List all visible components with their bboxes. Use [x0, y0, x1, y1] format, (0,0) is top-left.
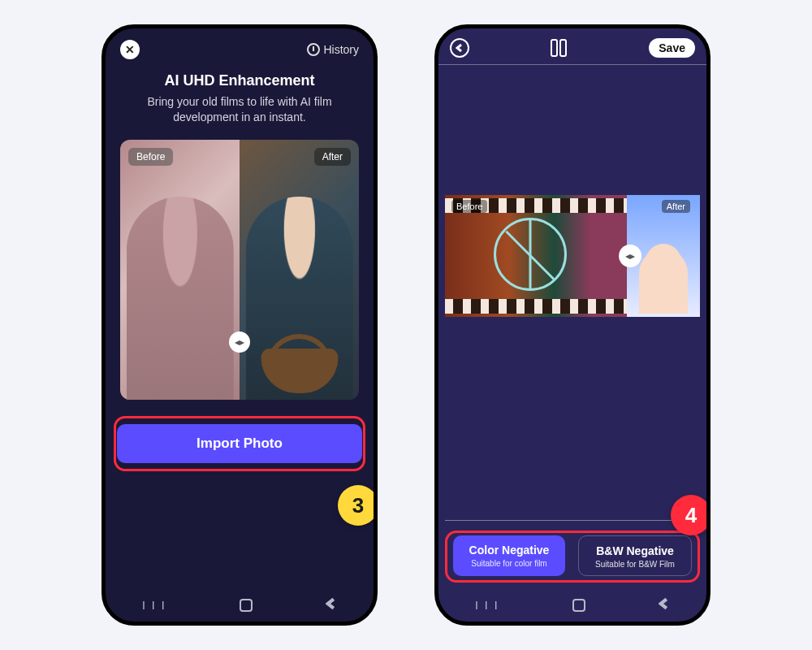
- back-button[interactable]: [450, 38, 469, 58]
- before-after-preview[interactable]: Before After ◂▸: [120, 140, 359, 400]
- mode-panel: Color Negative Suitable for color film B…: [445, 520, 700, 576]
- top-bar: ✕ History: [106, 28, 374, 64]
- slider-icon: ◂▸: [235, 336, 244, 348]
- filmstrip-preview[interactable]: Before After ◂▸: [445, 195, 700, 317]
- page-title: AI UHD Enhancement: [123, 72, 356, 89]
- mode-sub: Suitable for B&W Film: [587, 560, 683, 569]
- save-button-label: Save: [659, 41, 685, 54]
- import-area: Import Photo: [117, 424, 362, 463]
- negative-panel: [445, 195, 627, 317]
- page-subtitle: Bring your old films to life with AI fil…: [123, 94, 356, 125]
- phone-screen-editor: Save Before After ◂▸ Color Negative Suit…: [434, 24, 710, 626]
- highlight-box-step3: [114, 416, 365, 471]
- nav-home-button[interactable]: [572, 599, 585, 612]
- step-badge-3: 3: [338, 485, 378, 526]
- compare-slider-handle[interactable]: ◂▸: [619, 245, 641, 267]
- nav-back-button[interactable]: [326, 596, 337, 613]
- after-label: After: [662, 200, 690, 213]
- phone-screen-enhance: ✕ History AI UHD Enhancement Bring your …: [102, 24, 378, 626]
- nav-recents-button[interactable]: I I I: [475, 599, 499, 612]
- history-label: History: [323, 43, 359, 56]
- nav-recents-button[interactable]: I I I: [142, 599, 166, 612]
- before-panel: [120, 140, 240, 400]
- child-figure: [639, 249, 688, 314]
- before-figure: [126, 197, 233, 400]
- save-button[interactable]: Save: [649, 38, 695, 58]
- slider-icon: ◂▸: [625, 250, 635, 262]
- before-label: Before: [451, 200, 487, 213]
- step-badge-4: 4: [671, 495, 710, 535]
- history-icon: [307, 43, 320, 56]
- android-nav-bar: I I I: [438, 596, 706, 613]
- close-icon: ✕: [125, 43, 135, 56]
- highlight-box-step4: [445, 531, 700, 583]
- close-button[interactable]: ✕: [120, 40, 140, 59]
- before-label: Before: [128, 148, 173, 166]
- nav-back-button[interactable]: [659, 596, 670, 613]
- header-block: AI UHD Enhancement Bring your old films …: [106, 64, 374, 128]
- android-nav-bar: I I I: [106, 596, 374, 613]
- top-bar: Save: [438, 28, 706, 65]
- nav-home-button[interactable]: [240, 599, 253, 612]
- ferris-wheel-illustration: [494, 218, 567, 291]
- compare-toggle-icon[interactable]: [551, 39, 568, 57]
- after-panel: [240, 140, 359, 400]
- mode-sub: Suitable for color film: [461, 559, 557, 568]
- compare-slider-handle[interactable]: ◂▸: [229, 332, 250, 353]
- film-sprockets-bottom: [445, 299, 627, 314]
- after-label: After: [314, 148, 351, 166]
- history-button[interactable]: History: [307, 43, 359, 56]
